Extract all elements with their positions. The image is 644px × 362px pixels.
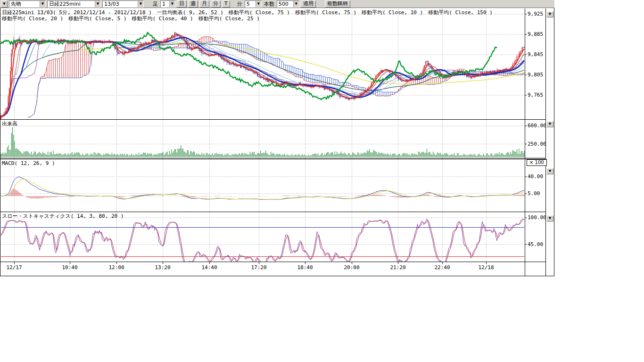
multi-symbol-button[interactable]: 複数銘柄	[325, 0, 350, 8]
period-month-button[interactable]: 月	[199, 0, 209, 8]
chevron-down-icon: ▼	[256, 1, 261, 7]
toolbar: ▼ 先物 ▼ 日経225mini ▼ 13/03 ▼ 足 1 ▼ 日 週 月 分…	[0, 0, 554, 8]
volume-pane-label: 出来高	[2, 121, 17, 127]
bar-type-label: 足	[152, 0, 159, 8]
market-select[interactable]: 先物 ▼	[9, 0, 46, 8]
scale-badge: × 100	[527, 159, 547, 166]
stoch-pane-label: スロー・ストキャスティクス( 14, 3, 80, 20 )	[2, 214, 124, 219]
trading-chart-window: ▼ 先物 ▼ 日経225mini ▼ 13/03 ▼ 足 1 ▼ 日 週 月 分…	[0, 0, 644, 362]
bar-count-input[interactable]: 500 ▼	[277, 0, 299, 8]
period-week-button[interactable]: 週	[188, 0, 198, 8]
stoch-pane-scroll-button[interactable]: ▼	[546, 215, 553, 222]
chevron-down-icon: ▼	[169, 1, 175, 7]
down-arrow-icon: ▼	[549, 169, 551, 173]
contract-select-value: 13/03	[103, 1, 121, 7]
minute-value-input[interactable]: 5 ▼	[245, 0, 262, 8]
chevron-down-icon: ▼	[138, 1, 143, 7]
period-minute-button[interactable]: 分	[211, 0, 221, 8]
chevron-down-icon: ▼	[95, 1, 100, 7]
period-tick-button[interactable]: T	[222, 0, 230, 8]
market-select-value: 先物	[9, 1, 23, 7]
bar-count-value: 500	[277, 1, 290, 7]
minute-value: 5	[245, 1, 251, 7]
chart-canvas[interactable]	[0, 0, 554, 279]
chevron-down-icon: ▼	[3, 2, 5, 6]
price-pane-scroll-button[interactable]: ▼	[546, 11, 553, 17]
macd-pane-scroll-button[interactable]: ▼	[546, 168, 553, 174]
bar-interval-value: 1	[161, 1, 167, 7]
chart-title-line2: 移動平均( Close, 20 ) 移動平均( Close, 5 ) 移動平均(…	[2, 16, 260, 22]
symbol-select-value: 日経225mini	[48, 1, 82, 7]
chevron-down-icon: ▼	[293, 1, 299, 7]
period-day-button[interactable]: 日	[177, 0, 187, 8]
chevron-down-icon: ▼	[40, 1, 45, 7]
apply-button[interactable]: 適用	[301, 0, 316, 8]
chart-title-line1: 日経225mini 13/03( 5分, 2012/12/14 - 2012/1…	[2, 10, 493, 16]
down-arrow-icon: ▼	[549, 122, 551, 126]
chart-tool-dropdown-button[interactable]: ▼	[1, 0, 8, 8]
macd-pane-label: MACD( 12, 26, 9 )	[2, 161, 55, 166]
down-arrow-icon: ▼	[549, 12, 551, 16]
volume-pane-scroll-button[interactable]: ▼	[546, 121, 553, 127]
symbol-select[interactable]: 日経225mini ▼	[47, 0, 101, 8]
down-arrow-icon: ▼	[549, 216, 551, 220]
bar-count-label: 本数	[263, 0, 275, 8]
bar-interval-input[interactable]: 1 ▼	[160, 0, 175, 8]
minute-label: 分	[236, 0, 243, 8]
contract-select[interactable]: 13/03 ▼	[102, 0, 144, 8]
